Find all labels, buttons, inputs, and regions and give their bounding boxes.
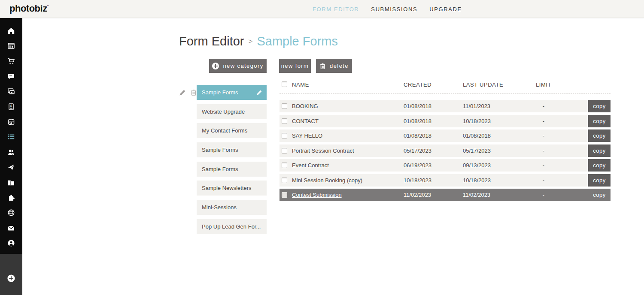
category-label: Sample Forms xyxy=(202,147,238,153)
sidebar: $ xyxy=(0,18,22,295)
sidebar-footer xyxy=(0,254,22,295)
header-limit: LIMIT xyxy=(536,81,551,88)
form-limit: - xyxy=(543,148,544,154)
edit-category-icon[interactable] xyxy=(179,89,186,96)
select-all-checkbox[interactable] xyxy=(282,81,287,87)
category-item[interactable]: Mini-Sessions xyxy=(197,200,267,215)
copy-button[interactable]: copy xyxy=(588,100,611,112)
form-created: 01/08/2018 xyxy=(404,118,463,124)
category-list: Sample Forms Website Upgrade My Contact … xyxy=(197,85,267,238)
table-row[interactable]: Mini Session Booking (copy) 10/18/2023 1… xyxy=(279,174,611,187)
category-item[interactable]: Website Upgrade xyxy=(197,104,267,119)
form-name[interactable]: Contest Submission xyxy=(292,192,404,198)
row-checkbox[interactable] xyxy=(282,148,287,154)
row-checkbox[interactable] xyxy=(282,133,287,138)
new-category-label: new category xyxy=(223,63,263,69)
forms-table: NAME CREATED LAST UPDATE LIMIT BOOKING 0… xyxy=(279,81,611,93)
app-window: photobiz° FORM EDITOR SUBMISSIONS UPGRAD… xyxy=(0,0,644,295)
form-last-update: 09/13/2023 xyxy=(463,162,520,169)
mail-icon[interactable] xyxy=(0,220,22,235)
new-category-button[interactable]: new category xyxy=(209,59,267,73)
category-label: Sample Forms xyxy=(202,166,238,172)
header-name: NAME xyxy=(292,81,404,88)
chat-icon[interactable] xyxy=(0,69,22,84)
form-created: 05/17/2023 xyxy=(404,148,463,154)
puzzle-icon[interactable] xyxy=(0,190,22,205)
plus-icon[interactable] xyxy=(6,262,16,295)
copy-button[interactable]: copy xyxy=(588,129,611,142)
account-icon[interactable] xyxy=(0,235,22,250)
copy-button[interactable]: copy xyxy=(588,174,611,187)
page-subtitle: Sample Forms xyxy=(257,34,338,48)
tab-submissions[interactable]: SUBMISSIONS xyxy=(371,6,417,12)
delete-label: delete xyxy=(330,63,349,69)
send-icon[interactable] xyxy=(0,160,22,175)
category-label: Mini-Sessions xyxy=(202,204,237,211)
row-checkbox[interactable] xyxy=(282,163,287,168)
main-content: Form Editor>Sample Forms new category ne… xyxy=(22,18,644,295)
pencil-icon[interactable] xyxy=(256,90,262,96)
tab-form-editor[interactable]: FORM EDITOR xyxy=(313,6,359,12)
row-checkbox[interactable] xyxy=(282,103,287,109)
table-row[interactable]: SAY HELLO 01/08/2018 01/08/2018 - copy xyxy=(279,129,611,142)
calendar-icon[interactable] xyxy=(0,114,22,129)
category-label: Sample Forms xyxy=(202,89,238,96)
category-label: Pop Up Lead Gen For... xyxy=(202,223,261,230)
category-item[interactable]: Sample Forms xyxy=(197,142,267,157)
table-row[interactable]: BOOKING 01/08/2018 11/01/2023 - copy xyxy=(279,100,611,112)
form-name: BOOKING xyxy=(292,103,404,109)
svg-text:$: $ xyxy=(10,104,12,108)
forms-icon[interactable] xyxy=(0,129,22,144)
website-icon[interactable] xyxy=(0,38,22,53)
form-limit: - xyxy=(543,103,544,109)
table-row[interactable]: Portrait Session Contract 05/17/2023 05/… xyxy=(279,144,611,157)
globe-icon[interactable] xyxy=(0,205,22,220)
category-item[interactable]: Pop Up Lead Gen For... xyxy=(197,219,267,234)
category-item[interactable]: Sample Forms xyxy=(197,162,267,177)
copy-button[interactable]: copy xyxy=(588,144,611,157)
users-icon[interactable] xyxy=(0,144,22,160)
table-row[interactable]: CONTACT 01/08/2018 10/18/2023 - copy xyxy=(279,115,611,127)
form-last-update: 01/08/2018 xyxy=(463,132,520,139)
home-icon[interactable] xyxy=(0,23,22,38)
tab-upgrade[interactable]: UPGRADE xyxy=(429,6,462,12)
form-name: Mini Session Booking (copy) xyxy=(292,177,404,184)
table-row[interactable]: Event Contract 06/19/2023 09/13/2023 - c… xyxy=(279,159,611,172)
category-item-selected[interactable]: Sample Forms xyxy=(197,85,267,100)
form-created: 01/08/2018 xyxy=(404,103,463,109)
delete-category-icon[interactable] xyxy=(191,89,197,96)
images-icon[interactable] xyxy=(0,84,22,99)
invoice-icon[interactable]: $ xyxy=(0,99,22,114)
category-label: Website Upgrade xyxy=(202,108,245,115)
header-created: CREATED xyxy=(404,81,463,88)
category-item[interactable]: My Contact Forms xyxy=(197,123,267,138)
form-last-update: 10/18/2023 xyxy=(463,177,520,184)
category-item[interactable]: Sample Newsletters xyxy=(197,181,267,196)
trash-icon xyxy=(319,63,326,69)
copy-button[interactable]: copy xyxy=(588,159,611,172)
breadcrumb: Form Editor>Sample Forms xyxy=(179,34,338,48)
row-checkbox[interactable] xyxy=(282,178,287,183)
form-last-update: 10/18/2023 xyxy=(463,118,520,124)
form-limit: - xyxy=(543,162,544,169)
form-created: 11/02/2023 xyxy=(404,192,463,198)
form-limit: - xyxy=(543,192,544,198)
form-last-update: 11/01/2023 xyxy=(463,103,520,109)
cart-icon[interactable] xyxy=(0,54,22,69)
copy-button[interactable]: copy xyxy=(588,115,611,127)
delete-button[interactable]: delete xyxy=(316,59,352,73)
row-checkbox[interactable] xyxy=(282,118,287,124)
logo-mark: ° xyxy=(47,4,49,8)
table-row-selected[interactable]: Contest Submission 11/02/2023 11/02/2023… xyxy=(279,189,611,201)
form-limit: - xyxy=(543,177,544,184)
photobiz-logo[interactable]: photobiz° xyxy=(9,3,49,14)
row-checkbox-checked[interactable] xyxy=(282,192,287,198)
plus-circle-icon xyxy=(212,63,219,69)
new-form-button[interactable]: new form xyxy=(279,59,311,73)
copy-button[interactable]: copy xyxy=(588,189,611,201)
form-name: SAY HELLO xyxy=(292,132,404,139)
form-last-update: 05/17/2023 xyxy=(463,148,520,154)
folder-icon[interactable] xyxy=(0,175,22,190)
category-label: My Contact Forms xyxy=(202,127,247,134)
table-body: BOOKING 01/08/2018 11/01/2023 - copy CON… xyxy=(279,100,611,204)
